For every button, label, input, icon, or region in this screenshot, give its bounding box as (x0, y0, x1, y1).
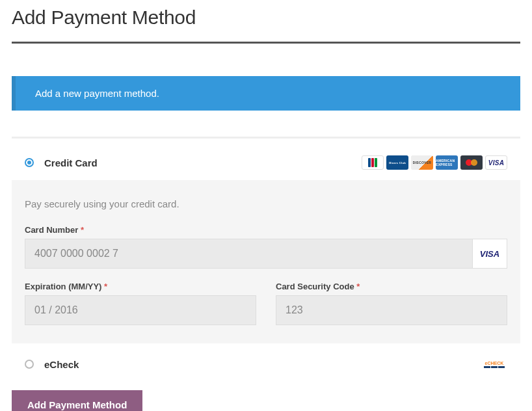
info-banner: Add a new payment method. (12, 76, 520, 111)
detected-card-visa-icon: VISA (472, 239, 507, 269)
mastercard-icon (460, 155, 483, 170)
radio-credit-card[interactable] (25, 158, 34, 167)
card-number-label: Card Number * (25, 225, 507, 235)
radio-echeck[interactable] (25, 360, 34, 369)
expiration-input[interactable] (25, 295, 256, 325)
cvv-field: Card Security Code * (276, 282, 507, 325)
diners-icon: Diners Club (386, 155, 408, 170)
discover-icon: DISCOVER (411, 155, 433, 170)
jcb-icon (362, 155, 384, 170)
credit-card-label: Credit Card (44, 157, 98, 168)
card-number-field: Card Number * VISA (25, 225, 507, 269)
card-number-input[interactable] (25, 239, 472, 269)
section-divider (12, 137, 520, 139)
payment-option-credit-card[interactable]: Credit Card Diners Club DISCOVER AMERICA… (12, 149, 520, 176)
expiration-label: Expiration (MM/YY) * (25, 282, 256, 291)
accepted-cards: Diners Club DISCOVER AMERICAN EXPRESS VI… (362, 155, 507, 170)
expiration-field: Expiration (MM/YY) * (25, 282, 256, 325)
cvv-input[interactable] (276, 295, 507, 325)
echeck-icon: eCHECK (481, 356, 507, 372)
visa-icon: VISA (485, 155, 507, 170)
add-payment-method-button[interactable]: Add Payment Method (12, 390, 142, 411)
page-title: Add Payment Method (12, 7, 520, 29)
cvv-label: Card Security Code * (276, 282, 507, 291)
payment-option-echeck[interactable]: eCheck eCHECK (12, 343, 520, 378)
credit-card-form-panel: Pay securely using your credit card. Car… (12, 180, 520, 343)
echeck-label: eCheck (44, 359, 79, 370)
amex-icon: AMERICAN EXPRESS (436, 155, 458, 170)
form-instruction: Pay securely using your credit card. (25, 198, 507, 209)
title-divider (12, 42, 520, 44)
